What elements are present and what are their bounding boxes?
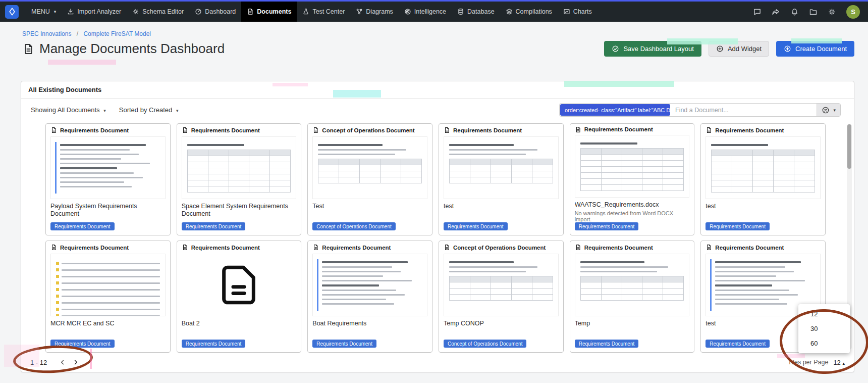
folder-icon[interactable] [809, 8, 818, 16]
chevron-down-icon: ▾ [176, 108, 179, 113]
tiles-per-page-toggle[interactable]: 12 ▴ [833, 359, 845, 366]
nav-item-diagrams[interactable]: Diagrams [350, 2, 399, 22]
card-header: Requirements Document [701, 241, 825, 253]
document-title: test [706, 203, 821, 210]
next-page-button[interactable] [69, 356, 82, 369]
top-navigation-bar: MENU ▾ Import Analyzer Schema Editor Das… [0, 0, 868, 22]
document-thumbnail [444, 254, 559, 316]
document-thumbnail [575, 254, 690, 316]
chevron-left-icon [59, 359, 66, 366]
bell-icon[interactable] [790, 8, 799, 16]
share-icon[interactable] [772, 8, 780, 16]
search-input[interactable] [671, 104, 817, 116]
nav-item-intelligence[interactable]: Intelligence [399, 2, 452, 22]
nav-item-documents[interactable]: Documents [241, 2, 297, 22]
nav-item-charts[interactable]: Charts [558, 2, 598, 22]
document-thumbnail [312, 254, 427, 316]
widget-header[interactable]: All Existing Documents [21, 81, 854, 99]
nav-right-tools: S [753, 2, 862, 22]
nav-item-schema-editor[interactable]: Schema Editor [127, 2, 189, 22]
chevron-right-icon [72, 359, 79, 366]
document-icon [575, 244, 581, 251]
page-title: Manage Documents Dashboard [22, 41, 225, 57]
document-title: Boat Requirements [312, 320, 427, 327]
document-title: WAATSC_Requirements.docx [575, 201, 690, 209]
document-card[interactable]: Concept of Operations Document Temp CONO… [439, 241, 564, 353]
document-icon [312, 127, 319, 133]
filter-row: Showing All Documents ▾ Sorted by Create… [21, 99, 854, 119]
document-thumbnail [182, 136, 297, 199]
tiles-per-page-option-60[interactable]: 60 [798, 336, 850, 351]
highlight-artifact [48, 60, 116, 65]
document-title: Temp CONOP [444, 320, 559, 327]
create-document-button[interactable]: Create Document [776, 41, 854, 57]
nav-item-compilations[interactable]: Compilations [500, 2, 558, 22]
nav-items: Import Analyzer Schema Editor Dashboard … [62, 2, 597, 22]
document-icon [22, 43, 34, 55]
document-icon [444, 127, 450, 133]
document-icon [247, 8, 254, 15]
document-icon [575, 126, 581, 133]
tiles-per-page-option-12[interactable]: 12 [798, 307, 850, 321]
download-icon [67, 8, 74, 15]
plus-circle-icon [716, 45, 724, 53]
document-title: Temp [575, 320, 690, 327]
flask-icon [302, 8, 309, 15]
sort-filter-dropdown[interactable]: Sorted by Created ▾ [119, 106, 179, 114]
document-card[interactable]: Requirements Document WAATSC_Requirement… [570, 123, 695, 235]
settings-icon[interactable] [828, 8, 836, 16]
header-buttons: Save Dashboard Layout Add Widget Create … [604, 41, 854, 57]
add-widget-button[interactable]: Add Widget [709, 41, 769, 57]
document-card[interactable]: Requirements Document Temp Requirements … [570, 241, 695, 353]
nav-item-import-analyzer[interactable]: Import Analyzer [62, 2, 127, 22]
document-card[interactable]: Requirements Document Space Element Syst… [177, 123, 302, 235]
previous-page-button[interactable] [56, 356, 69, 369]
card-header: Requirements Document [570, 124, 694, 134]
document-card[interactable]: Requirements Document Boat Requirements … [307, 241, 432, 353]
card-header: Requirements Document [701, 124, 825, 135]
document-type-badge: Requirements Document [312, 340, 376, 348]
document-card[interactable]: Concept of Operations Document Test Conc… [307, 123, 432, 235]
showing-filter-dropdown[interactable]: Showing All Documents ▾ [31, 106, 106, 114]
document-card[interactable]: Requirements Document MCR MCR EC and SC … [45, 241, 171, 353]
document-icon [706, 127, 712, 133]
card-header: Requirements Document [439, 124, 563, 135]
document-type-badge: Concept of Operations Document [312, 222, 395, 230]
document-thumbnail [444, 136, 559, 199]
document-type-badge: Requirements Document [575, 340, 639, 348]
document-note: No warnings detected from Word DOCX impo… [575, 210, 690, 222]
card-header: Requirements Document [46, 241, 170, 253]
document-title: Boat 2 [182, 320, 297, 327]
save-dashboard-layout-button[interactable]: Save Dashboard Layout [604, 41, 701, 57]
document-card[interactable]: Requirements Document Boat 2 Requirement… [177, 241, 302, 353]
breadcrumb-model[interactable]: Complete FireSAT Model [83, 30, 151, 37]
scrollbar-thumb[interactable] [847, 124, 851, 169]
nav-item-test-center[interactable]: Test Center [297, 2, 350, 22]
document-card[interactable]: Requirements Document test Requirements … [700, 123, 826, 235]
tiles-per-page-option-30[interactable]: 30 [798, 321, 850, 336]
document-icon [182, 127, 188, 133]
app-logo[interactable] [5, 5, 19, 19]
search-options-caret[interactable]: ▾ [833, 108, 836, 113]
breadcrumb-project[interactable]: SPEC Innovations [22, 30, 71, 37]
document-card[interactable]: Requirements Document test Requirements … [439, 123, 564, 235]
check-circle-icon [612, 45, 619, 53]
document-thumbnail [706, 136, 821, 199]
document-card[interactable]: Requirements Document Payload System Req… [45, 123, 171, 235]
comment-icon[interactable] [753, 8, 762, 16]
pagination-range: 1 - 12 [30, 359, 47, 366]
clear-search-icon[interactable] [822, 106, 830, 114]
nav-item-database[interactable]: Database [452, 2, 500, 22]
document-icon [706, 244, 712, 251]
target-icon [404, 8, 411, 15]
tiles-per-page-control: Tiles per Page 12 ▴ [788, 359, 845, 366]
document-title: MCR MCR EC and SC [50, 320, 166, 327]
user-avatar[interactable]: S [846, 5, 860, 19]
document-title: Test [312, 203, 427, 210]
document-card-grid: Requirements Document Payload System Req… [21, 119, 854, 353]
document-type-badge: Requirements Document [50, 340, 115, 348]
nav-item-dashboard[interactable]: Dashboard [189, 2, 241, 22]
menu-dropdown[interactable]: MENU ▾ [26, 2, 62, 22]
document-icon [312, 244, 319, 251]
search-query-chip[interactable]: order:created- class:"Artifact" label:"A… [560, 104, 670, 116]
